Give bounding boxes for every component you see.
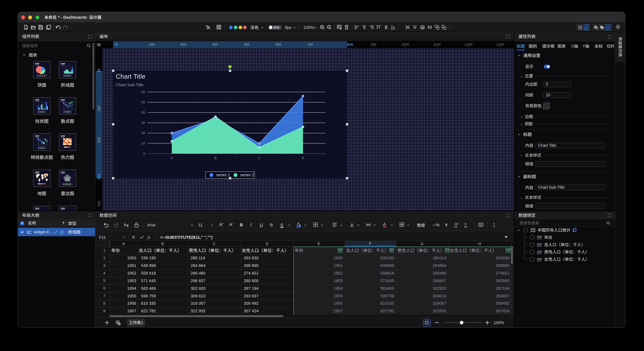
svg-text:A: A	[170, 156, 173, 160]
svg-text:C: C	[258, 156, 260, 160]
svg-text:0: 0	[143, 151, 145, 155]
svg-text:40: 40	[141, 110, 145, 114]
svg-text:B: B	[214, 156, 216, 160]
svg-text:OS: OS	[607, 26, 609, 28]
svg-text:En: En	[596, 27, 598, 29]
svg-text:10: 10	[141, 141, 145, 145]
svg-text:30: 30	[141, 121, 145, 125]
svg-text:60: 60	[141, 90, 145, 94]
svg-text:50: 50	[141, 100, 145, 104]
svg-text:D: D	[302, 156, 304, 160]
svg-text:20: 20	[141, 131, 145, 135]
